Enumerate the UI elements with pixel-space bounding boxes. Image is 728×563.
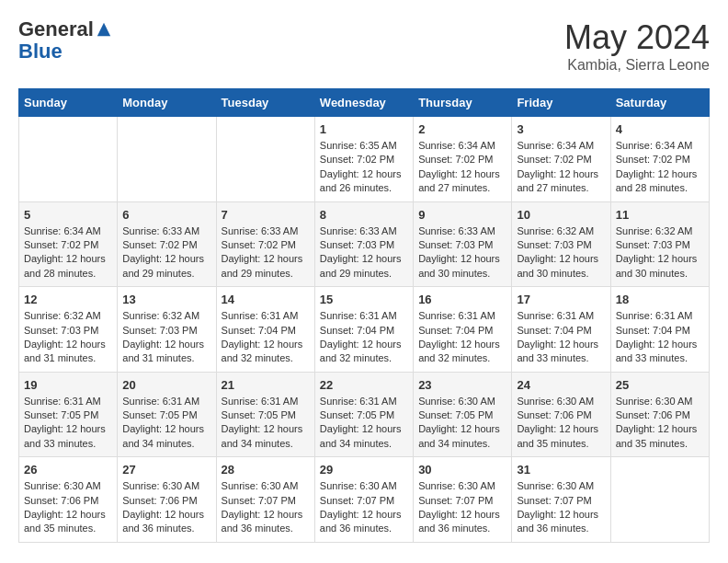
day-number: 23 — [418, 378, 506, 392]
calendar-cell: 4Sunrise: 6:34 AMSunset: 7:02 PMDaylight… — [610, 117, 709, 202]
logo-blue-text: Blue — [18, 40, 112, 63]
calendar-cell: 21Sunrise: 6:31 AMSunset: 7:05 PMDayligh… — [216, 372, 314, 457]
cell-info: Sunrise: 6:32 AMSunset: 7:03 PMDaylight:… — [122, 309, 210, 366]
cell-info: Sunrise: 6:31 AMSunset: 7:04 PMDaylight:… — [616, 309, 704, 366]
calendar-week-3: 12Sunrise: 6:32 AMSunset: 7:03 PMDayligh… — [19, 287, 710, 373]
day-number: 8 — [320, 208, 408, 222]
calendar-cell: 8Sunrise: 6:33 AMSunset: 7:03 PMDaylight… — [314, 201, 413, 287]
cell-info: Sunrise: 6:30 AMSunset: 7:06 PMDaylight:… — [24, 479, 112, 536]
calendar-cell: 10Sunrise: 6:32 AMSunset: 7:03 PMDayligh… — [512, 201, 610, 287]
day-number: 15 — [320, 293, 408, 306]
day-number: 26 — [24, 463, 112, 477]
weekday-header-wednesday: Wednesday — [314, 89, 413, 117]
calendar-body: 1Sunrise: 6:35 AMSunset: 7:02 PMDaylight… — [19, 117, 710, 543]
cell-info: Sunrise: 6:34 AMSunset: 7:02 PMDaylight:… — [616, 139, 704, 196]
calendar-cell: 31Sunrise: 6:30 AMSunset: 7:07 PMDayligh… — [512, 457, 610, 543]
day-number: 7 — [222, 208, 310, 222]
calendar-cell: 24Sunrise: 6:30 AMSunset: 7:06 PMDayligh… — [512, 372, 610, 457]
cell-info: Sunrise: 6:31 AMSunset: 7:05 PMDaylight:… — [122, 395, 210, 452]
calendar-cell: 19Sunrise: 6:31 AMSunset: 7:05 PMDayligh… — [19, 372, 118, 457]
calendar-cell — [19, 117, 118, 202]
cell-info: Sunrise: 6:31 AMSunset: 7:05 PMDaylight:… — [24, 395, 112, 452]
calendar-cell: 2Sunrise: 6:34 AMSunset: 7:02 PMDaylight… — [414, 117, 512, 202]
day-number: 10 — [517, 208, 605, 222]
cell-info: Sunrise: 6:32 AMSunset: 7:03 PMDaylight:… — [517, 224, 605, 282]
location-subtitle: Kambia, Sierra Leone — [564, 57, 710, 74]
day-number: 19 — [24, 378, 112, 392]
weekday-header-row: SundayMondayTuesdayWednesdayThursdayFrid… — [19, 89, 710, 117]
cell-info: Sunrise: 6:30 AMSunset: 7:07 PMDaylight:… — [222, 479, 310, 536]
cell-info: Sunrise: 6:30 AMSunset: 7:07 PMDaylight:… — [418, 479, 506, 536]
calendar-cell: 3Sunrise: 6:34 AMSunset: 7:02 PMDaylight… — [512, 117, 610, 202]
day-number: 22 — [320, 378, 408, 392]
svg-marker-0 — [97, 23, 110, 36]
calendar-cell: 22Sunrise: 6:31 AMSunset: 7:05 PMDayligh… — [314, 372, 413, 457]
cell-info: Sunrise: 6:30 AMSunset: 7:07 PMDaylight:… — [517, 479, 605, 536]
day-number: 12 — [24, 293, 112, 306]
cell-info: Sunrise: 6:34 AMSunset: 7:02 PMDaylight:… — [418, 139, 506, 196]
calendar-cell: 18Sunrise: 6:31 AMSunset: 7:04 PMDayligh… — [610, 287, 709, 373]
calendar-cell — [118, 117, 216, 202]
logo-icon — [96, 21, 112, 38]
cell-info: Sunrise: 6:30 AMSunset: 7:05 PMDaylight:… — [418, 395, 506, 452]
page-header: General Blue May 2024 Kambia, Sierra Leo… — [18, 18, 710, 74]
day-number: 25 — [616, 378, 704, 392]
day-number: 4 — [616, 122, 704, 136]
calendar-cell: 28Sunrise: 6:30 AMSunset: 7:07 PMDayligh… — [216, 457, 314, 543]
day-number: 5 — [24, 208, 112, 222]
day-number: 1 — [320, 122, 408, 136]
calendar-cell: 27Sunrise: 6:30 AMSunset: 7:06 PMDayligh… — [118, 457, 216, 543]
weekday-header-tuesday: Tuesday — [216, 89, 314, 117]
calendar-cell — [610, 457, 709, 543]
calendar-cell: 30Sunrise: 6:30 AMSunset: 7:07 PMDayligh… — [414, 457, 512, 543]
day-number: 27 — [122, 463, 210, 477]
calendar-header: SundayMondayTuesdayWednesdayThursdayFrid… — [19, 89, 710, 117]
day-number: 17 — [517, 293, 605, 306]
cell-info: Sunrise: 6:31 AMSunset: 7:04 PMDaylight:… — [418, 309, 506, 366]
cell-info: Sunrise: 6:32 AMSunset: 7:03 PMDaylight:… — [24, 309, 112, 366]
day-number: 18 — [616, 293, 704, 306]
cell-info: Sunrise: 6:30 AMSunset: 7:07 PMDaylight:… — [320, 479, 408, 536]
cell-info: Sunrise: 6:34 AMSunset: 7:02 PMDaylight:… — [24, 224, 112, 282]
title-block: May 2024 Kambia, Sierra Leone — [564, 18, 710, 74]
day-number: 31 — [517, 463, 605, 477]
calendar-cell: 1Sunrise: 6:35 AMSunset: 7:02 PMDaylight… — [314, 117, 413, 202]
calendar-cell: 25Sunrise: 6:30 AMSunset: 7:06 PMDayligh… — [610, 372, 709, 457]
day-number: 29 — [320, 463, 408, 477]
day-number: 16 — [418, 293, 506, 306]
calendar-cell: 16Sunrise: 6:31 AMSunset: 7:04 PMDayligh… — [414, 287, 512, 373]
cell-info: Sunrise: 6:32 AMSunset: 7:03 PMDaylight:… — [616, 224, 704, 282]
day-number: 30 — [418, 463, 506, 477]
weekday-header-monday: Monday — [118, 89, 216, 117]
weekday-header-thursday: Thursday — [414, 89, 512, 117]
cell-info: Sunrise: 6:33 AMSunset: 7:02 PMDaylight:… — [122, 224, 210, 282]
day-number: 14 — [222, 293, 310, 306]
day-number: 6 — [122, 208, 210, 222]
cell-info: Sunrise: 6:30 AMSunset: 7:06 PMDaylight:… — [517, 395, 605, 452]
calendar-cell: 12Sunrise: 6:32 AMSunset: 7:03 PMDayligh… — [19, 287, 118, 373]
cell-info: Sunrise: 6:30 AMSunset: 7:06 PMDaylight:… — [616, 395, 704, 452]
cell-info: Sunrise: 6:33 AMSunset: 7:03 PMDaylight:… — [418, 224, 506, 282]
calendar-cell: 29Sunrise: 6:30 AMSunset: 7:07 PMDayligh… — [314, 457, 413, 543]
calendar-cell: 11Sunrise: 6:32 AMSunset: 7:03 PMDayligh… — [610, 201, 709, 287]
logo-general-text: General — [18, 18, 94, 40]
calendar-cell: 13Sunrise: 6:32 AMSunset: 7:03 PMDayligh… — [118, 287, 216, 373]
calendar-week-4: 19Sunrise: 6:31 AMSunset: 7:05 PMDayligh… — [19, 372, 710, 457]
calendar-cell — [216, 117, 314, 202]
day-number: 24 — [517, 378, 605, 392]
calendar-cell: 17Sunrise: 6:31 AMSunset: 7:04 PMDayligh… — [512, 287, 610, 373]
calendar-table: SundayMondayTuesdayWednesdayThursdayFrid… — [18, 88, 710, 543]
calendar-cell: 15Sunrise: 6:31 AMSunset: 7:04 PMDayligh… — [314, 287, 413, 373]
cell-info: Sunrise: 6:30 AMSunset: 7:06 PMDaylight:… — [122, 479, 210, 536]
cell-info: Sunrise: 6:31 AMSunset: 7:04 PMDaylight:… — [222, 309, 310, 366]
cell-info: Sunrise: 6:33 AMSunset: 7:02 PMDaylight:… — [222, 224, 310, 282]
cell-info: Sunrise: 6:31 AMSunset: 7:05 PMDaylight:… — [222, 395, 310, 452]
cell-info: Sunrise: 6:31 AMSunset: 7:04 PMDaylight:… — [517, 309, 605, 366]
calendar-cell: 9Sunrise: 6:33 AMSunset: 7:03 PMDaylight… — [414, 201, 512, 287]
cell-info: Sunrise: 6:31 AMSunset: 7:05 PMDaylight:… — [320, 395, 408, 452]
cell-info: Sunrise: 6:34 AMSunset: 7:02 PMDaylight:… — [517, 139, 605, 196]
month-year-title: May 2024 — [564, 18, 710, 57]
day-number: 28 — [222, 463, 310, 477]
weekday-header-saturday: Saturday — [610, 89, 709, 117]
calendar-cell: 7Sunrise: 6:33 AMSunset: 7:02 PMDaylight… — [216, 201, 314, 287]
